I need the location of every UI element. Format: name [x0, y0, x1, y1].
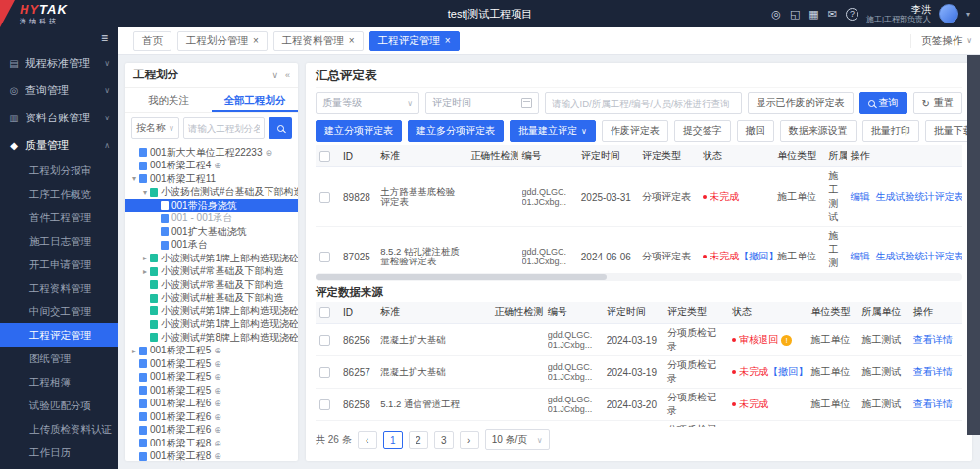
sidebar-item[interactable]: ◆质量管理∧: [0, 131, 118, 159]
tree-node[interactable]: 小波测试#桩基础及下部构造: [125, 292, 298, 305]
sidebar-subitem[interactable]: 上传质检资料认证: [0, 417, 118, 441]
tree-node[interactable]: ▸001桥梁工程5⊕: [125, 345, 298, 358]
action-button[interactable]: 建立多分项评定表: [408, 120, 504, 142]
tree-node[interactable]: 001扩大基础浇筑: [125, 225, 298, 239]
chevron-down-icon[interactable]: ▾: [966, 10, 970, 19]
tree-node[interactable]: 001桥梁工程4⊕: [125, 160, 298, 173]
plus-icon[interactable]: ⊕: [214, 372, 221, 382]
close-icon[interactable]: ×: [445, 36, 451, 46]
tree-node[interactable]: 001桥梁工程5⊕: [125, 357, 298, 371]
close-icon[interactable]: ×: [349, 36, 355, 46]
select-all-checkbox[interactable]: [319, 151, 330, 162]
row-action[interactable]: 查看详情: [913, 334, 953, 345]
tree-node[interactable]: 001桥梁工程6⊕: [125, 410, 298, 424]
tree-node[interactable]: 001桥梁工程8⊕: [125, 437, 298, 450]
search-button[interactable]: 查询: [859, 92, 907, 114]
tab-item[interactable]: 首页: [133, 31, 172, 51]
sidebar-subitem[interactable]: 工程资料管理: [0, 276, 118, 300]
next-page-button[interactable]: ›: [460, 431, 479, 449]
tab-item[interactable]: 工程资料管理×: [273, 31, 364, 51]
fullscreen-icon[interactable]: ◱: [790, 9, 800, 20]
sidebar-item[interactable]: ▤规程标准管理∨: [0, 49, 118, 76]
plus-icon[interactable]: ⊕: [214, 439, 221, 448]
action-button[interactable]: 作废评定表: [602, 120, 668, 142]
keyword-search-input[interactable]: [545, 92, 742, 114]
tree-search-input[interactable]: [183, 117, 265, 139]
show-voided-button[interactable]: 显示已作废的评定表: [748, 92, 854, 114]
tree-node[interactable]: ▸小波测试#第1牌上部构造现浇砼: [125, 252, 298, 265]
tree-node[interactable]: 小波测试#第8牌上部构造现浇砼: [125, 331, 298, 345]
row-action[interactable]: 生成试验统计评定表: [876, 191, 962, 202]
page-button[interactable]: 2: [409, 431, 428, 449]
prev-page-button[interactable]: ‹: [358, 431, 377, 449]
table-row[interactable]: 86257混凝土扩大基础gdd.QLGC.01.JCxbg...2024-03-…: [316, 356, 962, 389]
row-action[interactable]: 编辑: [851, 251, 870, 261]
search-type-select[interactable]: 按名称 ∨: [131, 117, 179, 139]
close-icon[interactable]: ×: [253, 36, 259, 46]
sidebar-subitem[interactable]: 工程划分报审: [0, 159, 118, 182]
sidebar-subitem[interactable]: 图纸管理: [0, 347, 118, 370]
batch-create-dropdown[interactable]: 批量建立评定 ∨: [510, 120, 596, 142]
tree-tab[interactable]: 全部工程划分: [212, 88, 298, 112]
reset-button[interactable]: ↻ 重置: [913, 92, 962, 114]
sidebar-item[interactable]: ◎查询管理∨: [0, 76, 118, 104]
table-row[interactable]: 86256混凝土扩大基础gdd.QLGC.01.JCxbg...2024-03-…: [316, 324, 962, 356]
grid-icon[interactable]: ▦: [808, 9, 818, 20]
plus-icon[interactable]: ⊕: [214, 386, 221, 396]
sidebar-subitem[interactable]: 试验匹配分项: [0, 394, 118, 417]
tree-node[interactable]: 001新大大单位工程22233⊕: [125, 146, 298, 160]
tree-search-button[interactable]: [269, 117, 292, 139]
plus-icon[interactable]: ⊕: [214, 359, 221, 369]
table-row[interactable]: 862585.1.2 通信管道工程gdd.QLGC.01.JCxbg...202…: [316, 389, 962, 421]
row-action[interactable]: 生成试验统计评定表: [876, 251, 962, 261]
action-button[interactable]: 批量打印: [862, 120, 919, 142]
sidebar-collapse-icon[interactable]: ≡: [101, 31, 108, 45]
tab-item[interactable]: 工程评定管理×: [369, 31, 460, 51]
page-button[interactable]: 3: [434, 431, 454, 449]
tree-node[interactable]: 小波测试#第1牌上部构造现浇砼: [125, 305, 298, 318]
plus-icon[interactable]: ⊕: [214, 161, 221, 170]
tree-node[interactable]: 小波测试#第1牌上部构造现浇砼: [125, 318, 298, 332]
tree-node[interactable]: 001桥梁工程5⊕: [125, 371, 298, 385]
row-action[interactable]: 查看详情: [913, 399, 953, 409]
tree-node[interactable]: 001带沿身浇筑: [125, 199, 298, 212]
sidebar-subitem[interactable]: 工程评定管理: [0, 323, 118, 347]
sidebar-subitem[interactable]: 工程相簿: [0, 370, 118, 394]
action-button[interactable]: 数据来源设置: [780, 120, 857, 142]
sidebar-subitem[interactable]: 工作日历: [0, 441, 118, 464]
plus-icon[interactable]: ⊕: [214, 451, 221, 461]
tree-node[interactable]: 小波测试#常基础及下部构造: [125, 278, 298, 292]
table-row[interactable]: 870258.5.2 钻孔灌注桩质量检验评定表gdd.QLGC.01.JCxbg…: [316, 227, 962, 273]
tree-node[interactable]: 001承台: [125, 239, 298, 253]
sidebar-subitem[interactable]: 中间交工管理: [0, 300, 118, 323]
tree-node[interactable]: 001桥梁工程8⊕: [125, 450, 298, 462]
sidebar-subitem[interactable]: 工序工作概览: [0, 182, 118, 206]
vertical-scrollbar[interactable]: [967, 55, 980, 435]
row-action[interactable]: 编辑: [851, 191, 870, 202]
horizontal-scrollbar[interactable]: [316, 273, 962, 281]
action-button[interactable]: 提交签字: [674, 120, 731, 142]
sidebar-item[interactable]: ▥资料台账管理∨: [0, 104, 118, 131]
collapse-panel-icon[interactable]: «: [285, 70, 290, 80]
plus-icon[interactable]: ⊕: [214, 346, 221, 355]
plus-icon[interactable]: ⊕: [266, 148, 273, 158]
scrollbar-thumb[interactable]: [316, 274, 607, 280]
tree-node[interactable]: 001桥梁工程6⊕: [125, 424, 298, 438]
quality-grade-select[interactable]: 质量等级 ∨: [316, 92, 419, 114]
row-checkbox[interactable]: [319, 335, 330, 346]
row-checkbox[interactable]: [319, 252, 330, 262]
tree-tab[interactable]: 我的关注: [125, 88, 212, 112]
row-action[interactable]: 查看详情: [913, 366, 953, 377]
tree-node[interactable]: 001桥梁工程6⊕: [125, 398, 298, 411]
plus-icon[interactable]: ⊕: [214, 412, 221, 422]
plus-icon[interactable]: ⊕: [214, 399, 221, 408]
select-all-checkbox[interactable]: [319, 307, 330, 318]
row-checkbox[interactable]: [319, 192, 330, 203]
page-size-select[interactable]: 10 条/页 ∨: [485, 429, 550, 450]
scan-icon[interactable]: ◎: [771, 9, 781, 20]
plus-icon[interactable]: ⊕: [214, 425, 221, 435]
chevron-down-icon[interactable]: ∨: [271, 70, 278, 80]
mail-icon[interactable]: ✉: [828, 9, 837, 20]
sidebar-subitem[interactable]: 开工申请管理: [0, 253, 118, 276]
avatar[interactable]: [939, 4, 958, 23]
